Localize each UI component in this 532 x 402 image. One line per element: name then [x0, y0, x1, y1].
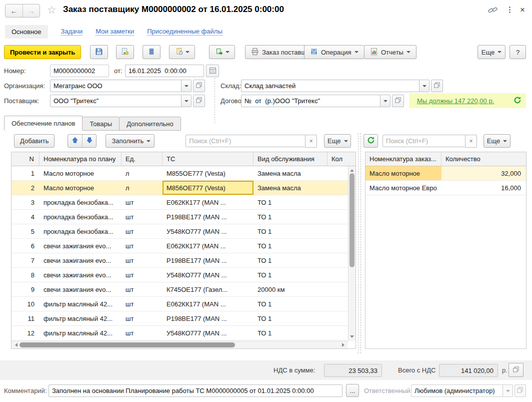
cell-unit[interactable]: шт: [122, 297, 162, 311]
cell-item[interactable]: фильтр масляный 42...: [40, 326, 122, 340]
contract-dropdown-button[interactable]: [380, 95, 390, 107]
cell-qty[interactable]: [328, 166, 348, 180]
cell-qty[interactable]: [328, 326, 348, 340]
comment-input[interactable]: [48, 384, 342, 397]
cell-n[interactable]: 3: [12, 195, 40, 209]
cell-item[interactable]: фильтр масляный 42...: [40, 311, 122, 325]
plan-table-row[interactable]: 8свечи зажигания evo...штУ548КО777 (MAN …: [12, 268, 348, 282]
plan-table-row[interactable]: 9свечи зажигания evo...штК745ОЕ177 (Газе…: [12, 282, 348, 297]
column-header-vehicle[interactable]: ТС: [162, 152, 254, 166]
responsible-dropdown-button[interactable]: [503, 384, 512, 397]
cell-n[interactable]: 4: [12, 210, 40, 224]
plan-table-row[interactable]: 7свечи зажигания evo...штР198ВЕ177 (MAN …: [12, 253, 348, 268]
cell-unit[interactable]: шт: [122, 224, 162, 238]
plan-table-row[interactable]: 11фильтр масляный 42...штР198ВЕ177 (MAN …: [12, 311, 348, 326]
cell-unit[interactable]: шт: [122, 253, 162, 267]
contract-open-button[interactable]: [392, 95, 404, 107]
tab-my-notes[interactable]: Мои заметки: [96, 28, 134, 36]
warehouse-input[interactable]: [241, 80, 420, 92]
cell-quantity[interactable]: 32,000: [442, 166, 526, 180]
cell-n[interactable]: 1: [12, 166, 40, 180]
plan-table-row[interactable]: 5прокладка бензобака...штУ548КО777 (MAN …: [12, 224, 348, 239]
column-header-n[interactable]: N: [12, 152, 40, 166]
cell-qty[interactable]: [328, 268, 348, 282]
cell-vehicle[interactable]: М856ОЕ777 (Vesta): [162, 181, 254, 195]
responsible-input[interactable]: [411, 384, 503, 397]
calendar-button[interactable]: [206, 65, 219, 77]
column-header-order-item[interactable]: Номенклатура заказ...: [366, 152, 442, 166]
plan-table-row[interactable]: 10фильтр масляный 42...штЕ062КК177 (MAN …: [12, 297, 348, 311]
vertical-scroll-thumb[interactable]: [350, 173, 354, 267]
scroll-right-icon[interactable]: [342, 343, 346, 347]
column-header-unit[interactable]: Ед.: [122, 152, 162, 166]
panel-splitter[interactable]: [358, 133, 361, 353]
horizontal-scroll-thumb[interactable]: [20, 342, 235, 347]
cell-n[interactable]: 7: [12, 253, 40, 267]
cell-unit[interactable]: шт: [122, 195, 162, 209]
refresh-button[interactable]: [364, 134, 378, 148]
cell-n[interactable]: 10: [12, 297, 40, 311]
column-header-qty[interactable]: Кол: [328, 152, 356, 166]
copy-link-icon[interactable]: [488, 6, 498, 17]
cell-vehicle[interactable]: У548КО777 (MAN ...: [162, 326, 254, 340]
total-amount-field[interactable]: [439, 364, 498, 377]
cell-unit[interactable]: шт: [122, 326, 162, 340]
vertical-scrollbar[interactable]: [348, 166, 356, 341]
tab-attached-files[interactable]: Присоединенные файлы: [147, 28, 222, 36]
cell-n[interactable]: 11: [12, 311, 40, 325]
cell-qty[interactable]: [328, 210, 348, 224]
post-and-close-button[interactable]: Провести и закрыть: [4, 45, 81, 59]
cell-qty[interactable]: [328, 297, 348, 311]
reminder-menu-button[interactable]: [169, 45, 195, 59]
scroll-left-icon[interactable]: [13, 343, 18, 347]
add-row-button[interactable]: Добавить: [14, 134, 54, 148]
cell-n[interactable]: 5: [12, 224, 40, 238]
supplier-open-button[interactable]: [193, 95, 205, 107]
cell-service[interactable]: ТО 1: [254, 195, 328, 209]
kebab-menu-icon[interactable]: [506, 6, 514, 14]
warehouse-open-button[interactable]: [431, 80, 443, 92]
date-input[interactable]: [125, 65, 204, 77]
post-document-button[interactable]: [116, 45, 134, 59]
number-input[interactable]: [50, 65, 109, 77]
cell-item[interactable]: прокладка бензобака...: [40, 210, 122, 224]
cell-item[interactable]: свечи зажигания evo...: [40, 239, 122, 253]
order-search-input[interactable]: [382, 135, 466, 147]
plan-table-row[interactable]: 4прокладка бензобака...штР198ВЕ177 (MAN …: [12, 210, 348, 224]
plan-table-row[interactable]: 2Масло моторноелМ856ОЕ777 (Vesta)Замена …: [12, 181, 348, 195]
cell-unit[interactable]: л: [122, 181, 162, 195]
plan-more-button[interactable]: Еще: [324, 134, 351, 148]
horizontal-scrollbar[interactable]: [12, 341, 348, 348]
plan-table-row[interactable]: 3прокладка бензобака...штЕ062КК177 (MAN …: [12, 195, 348, 210]
totals-open-button[interactable]: [508, 363, 524, 377]
cell-service[interactable]: ТО 1: [254, 311, 328, 325]
cell-service[interactable]: 20000 км: [254, 282, 328, 296]
cell-vehicle[interactable]: Е062КК177 (MAN ...: [162, 297, 254, 311]
cell-vehicle[interactable]: У548КО777 (MAN ...: [162, 268, 254, 282]
cell-quantity[interactable]: 16,000: [442, 181, 526, 195]
back-button[interactable]: ←: [6, 5, 22, 17]
cell-qty[interactable]: [328, 282, 348, 296]
cell-vehicle[interactable]: Р198ВЕ177 (MAN ...: [162, 311, 254, 325]
cell-vehicle[interactable]: М855ОЕ777 (Vesta): [162, 166, 254, 180]
cell-service[interactable]: ТО 1: [254, 326, 328, 340]
debt-refresh-icon[interactable]: [514, 96, 522, 106]
tab-plan-supply[interactable]: Обеспечение планов: [4, 116, 82, 131]
organization-open-button[interactable]: [193, 80, 205, 92]
reports-menu-button[interactable]: Отчеты: [364, 45, 416, 59]
cell-n[interactable]: 2: [12, 181, 40, 195]
tab-tasks[interactable]: Задачи: [61, 28, 83, 36]
plan-table-row[interactable]: 12фильтр масляный 42...штУ548КО777 (MAN …: [12, 326, 348, 340]
forward-button[interactable]: →: [22, 5, 40, 17]
cell-qty[interactable]: [328, 224, 348, 238]
cell-n[interactable]: 8: [12, 268, 40, 282]
cell-unit[interactable]: шт: [122, 239, 162, 253]
comment-more-button[interactable]: ...: [346, 384, 359, 397]
cell-vehicle[interactable]: Р198ВЕ177 (MAN ...: [162, 210, 254, 224]
order-more-button[interactable]: Еще: [484, 134, 510, 148]
cell-unit[interactable]: шт: [122, 210, 162, 224]
save-button[interactable]: [90, 45, 108, 59]
cell-order-item[interactable]: Масло моторное: [366, 166, 442, 180]
column-header-item[interactable]: Номенклатура по плану: [40, 152, 122, 166]
scroll-up-icon[interactable]: [350, 167, 354, 172]
